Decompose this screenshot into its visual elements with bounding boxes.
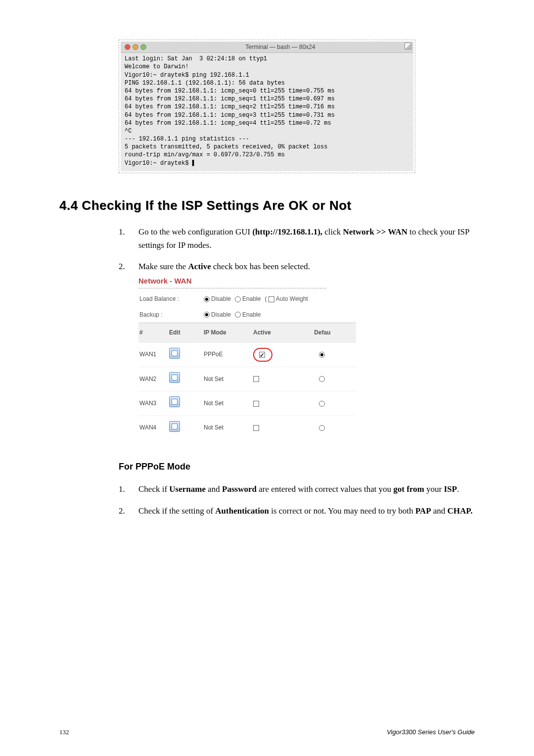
col-mode: IP Mode [204, 328, 253, 337]
col-active: Active [253, 328, 308, 337]
edit-icon[interactable] [169, 348, 180, 359]
default-radio[interactable] [319, 425, 325, 431]
page-number: 132 [59, 728, 69, 736]
step-2: 2. Make sure the Active check box has be… [119, 260, 475, 440]
terminal-output: Last login: Sat Jan 3 02:24:18 on ttyp1 … [121, 53, 413, 171]
auto-weight-checkbox[interactable] [268, 296, 274, 302]
wan-name: WAN3 [139, 399, 169, 408]
text: and [206, 484, 222, 494]
step-number: 1. [119, 225, 138, 252]
active-checkbox[interactable] [253, 401, 259, 407]
terminal-window: Terminal — bash — 80x24 Last login: Sat … [119, 40, 415, 173]
load-balance-disable-radio[interactable] [204, 296, 210, 302]
text: is correct or not. You may need to try b… [269, 506, 415, 516]
text: and [431, 506, 447, 516]
pppoe-step-2: 2. Check if the setting of Authenticatio… [119, 504, 475, 518]
text-bold: Username [169, 484, 206, 494]
ip-mode: Not Set [204, 423, 253, 432]
text: your [424, 484, 444, 494]
col-default: Defau [308, 328, 337, 337]
ip-mode: Not Set [204, 375, 253, 384]
ip-mode: PPPoE [204, 350, 253, 359]
backup-disable-radio[interactable] [204, 312, 210, 318]
text: click [322, 227, 343, 236]
text: Go to the web configuration GUI [138, 227, 252, 236]
step-number: 2. [119, 504, 138, 518]
active-checkbox[interactable] [253, 376, 259, 382]
section-heading: 4.4 Checking If the ISP Settings Are OK … [59, 198, 475, 213]
page-footer: 132 Vigor3300 Series User's Guide [59, 728, 475, 736]
load-balance-row: Load Balance : Disable Enable ( Auto Wei… [138, 291, 356, 307]
text-bold: got from [394, 484, 424, 494]
text: check box has been selected. [211, 262, 310, 271]
col-num: # [139, 328, 169, 337]
default-radio[interactable] [319, 376, 325, 382]
terminal-title: Terminal — bash — 80x24 [151, 43, 409, 51]
option-label: Enable [242, 311, 261, 318]
wan-table: Load Balance : Disable Enable ( Auto Wei… [138, 291, 356, 439]
default-radio[interactable] [319, 401, 325, 407]
wan-name: WAN4 [139, 423, 169, 432]
table-row: WAN4Not Set [138, 416, 356, 440]
text-bold: ISP [444, 484, 457, 494]
ip-mode: Not Set [204, 399, 253, 408]
load-balance-label: Load Balance : [139, 294, 204, 304]
active-checkbox[interactable] [259, 352, 265, 358]
edit-icon[interactable] [169, 372, 180, 383]
pppoe-heading: For PPPoE Mode [119, 460, 475, 474]
option-label: Disable [211, 295, 231, 302]
wan-name: WAN1 [139, 350, 169, 359]
step-number: 1. [119, 482, 138, 496]
text-bold: Authentication [215, 506, 269, 516]
wan-name: WAN2 [139, 375, 169, 384]
text-bold: Password [222, 484, 257, 494]
pppoe-step-1: 1. Check if Username and Password are en… [119, 482, 475, 496]
option-label: Disable [211, 311, 231, 318]
active-checkbox[interactable] [253, 425, 259, 431]
default-radio[interactable] [319, 352, 325, 358]
step-number: 2. [119, 260, 138, 440]
terminal-titlebar: Terminal — bash — 80x24 [121, 42, 413, 53]
network-wan-title: Network - WAN [138, 275, 326, 288]
backup-enable-radio[interactable] [235, 312, 241, 318]
edit-icon[interactable] [169, 421, 180, 432]
col-edit: Edit [169, 328, 204, 337]
backup-row: Backup : Disable Enable [138, 307, 356, 323]
backup-label: Backup : [139, 310, 204, 320]
edit-icon[interactable] [169, 396, 180, 407]
step-1: 1. Go to the web configuration GUI (http… [119, 225, 475, 252]
option-label: Auto Weight [276, 295, 308, 302]
table-row: WAN1PPPoE [138, 342, 356, 367]
guide-title: Vigor3300 Series User's Guide [387, 728, 475, 736]
text: Check if [138, 484, 169, 494]
text-bold: PAP [415, 506, 431, 516]
text: . [457, 484, 459, 494]
dogear-icon [404, 43, 411, 49]
table-row: WAN3Not Set [138, 391, 356, 415]
load-balance-enable-radio[interactable] [235, 296, 241, 302]
minimize-icon[interactable] [133, 44, 138, 50]
table-row: WAN2Not Set [138, 367, 356, 391]
text-bold: (http://192.168.1.1), [252, 227, 322, 236]
close-icon[interactable] [125, 44, 131, 50]
text: are entered with correct values that you [257, 484, 394, 494]
text: Make sure the [138, 262, 188, 271]
highlight-circle [253, 348, 272, 361]
text-bold: Network >> WAN [343, 227, 408, 236]
zoom-icon[interactable] [140, 44, 146, 50]
wan-grid-header: # Edit IP Mode Active Defau [138, 323, 356, 342]
option-label: Enable [242, 295, 261, 302]
text-bold: CHAP. [447, 506, 473, 516]
text-bold: Active [188, 262, 211, 271]
text: Check if the setting of [138, 506, 215, 516]
